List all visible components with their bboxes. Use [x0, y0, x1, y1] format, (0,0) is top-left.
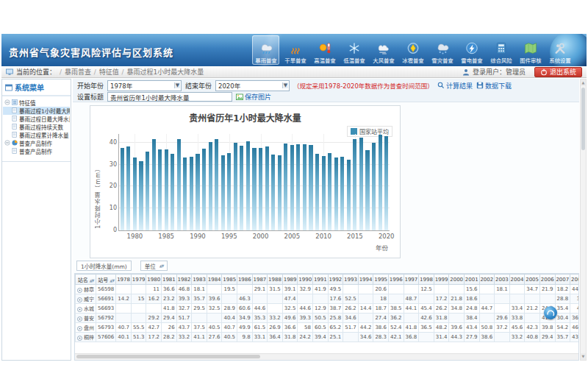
chart-title-input[interactable] — [107, 92, 232, 102]
col-year-1979[interactable]: 1979 — [131, 275, 146, 285]
nav-item-lightning[interactable]: 雷电普查 — [458, 35, 485, 65]
expander-icon[interactable] — [4, 140, 10, 147]
col-year-1989[interactable]: 1989 — [282, 275, 298, 285]
col-year-1997[interactable]: 1997 — [404, 275, 419, 285]
vertical-scrollbar-thumb[interactable] — [581, 88, 585, 150]
col-year-1993[interactable]: 1993 — [343, 275, 359, 285]
col-year-1994[interactable]: 1994 — [358, 275, 373, 285]
col-year-2007[interactable]: 2007 — [555, 275, 570, 285]
row-radio-icon[interactable] — [77, 297, 82, 302]
expander-icon[interactable] — [4, 99, 10, 107]
col-year-1998[interactable]: 1998 — [419, 275, 434, 285]
tree-group-1[interactable]: 普查产品制作 — [3, 139, 70, 147]
vertical-scrollbar[interactable]: ▲ ▼ — [580, 79, 587, 361]
table-row[interactable]: 普安5679229.229.451.740.434.935.333.249.63… — [76, 314, 580, 323]
nav-item-map[interactable]: 图件审核 — [517, 35, 544, 65]
col-year-2008[interactable]: 2008 — [570, 275, 579, 285]
station-name-cell[interactable]: 水城 — [76, 304, 96, 314]
floating-widget[interactable] — [544, 306, 557, 319]
col-year-1985[interactable]: 1985 — [222, 275, 237, 285]
calculate-button[interactable]: 计算结果 — [437, 81, 473, 91]
col-year-2005[interactable]: 2005 — [525, 275, 540, 285]
tree-leaf[interactable]: 普查产品制作 — [3, 147, 70, 155]
table-row[interactable]: 赫章565981136.646.818.119.529.131.539.132.… — [76, 285, 580, 294]
nav-item-settings[interactable]: 系统设置 — [546, 35, 573, 65]
start-year-select[interactable]: 1978年 ▼ — [107, 80, 182, 91]
row-radio-icon[interactable] — [77, 288, 82, 293]
tree-leaf[interactable]: 暴雨过程日最大降水量 — [3, 115, 70, 123]
value-cell: 27.6 — [207, 333, 222, 342]
col-year-1995[interactable]: 1995 — [373, 275, 389, 285]
col-year-1984[interactable]: 1984 — [207, 275, 222, 285]
table-row[interactable]: 桐梓5760640.151.317.228.233.241.127.640.59… — [76, 333, 580, 342]
breadcrumb-segment[interactable]: 暴雨普查 — [62, 68, 93, 76]
value-cell: 17.6 — [328, 294, 343, 304]
bar-1984 — [158, 149, 162, 230]
grid-tab-precip[interactable]: 1小时降水量(mm) — [76, 261, 132, 271]
row-radio-icon[interactable] — [77, 307, 82, 312]
station-name-cell[interactable]: 威宁 — [76, 294, 96, 304]
value-cell: 24.8 — [464, 304, 479, 314]
col-year-1996[interactable]: 1996 — [388, 275, 404, 285]
col-year-1982[interactable]: 1982 — [176, 275, 192, 285]
col-year-2002[interactable]: 2002 — [479, 275, 495, 285]
col-year-2003[interactable]: 2003 — [495, 275, 510, 285]
col-year-2000[interactable]: 2000 — [449, 275, 465, 285]
table-row[interactable]: 盘州5679340.755.542.72643.737.540.540.749.… — [76, 323, 580, 333]
tree-group-0[interactable]: 特征值 — [3, 99, 70, 107]
download-button[interactable]: 数据下载 — [476, 81, 512, 91]
station-name-cell[interactable]: 普安 — [76, 314, 96, 323]
row-radio-icon[interactable] — [77, 326, 82, 331]
value-cell: 39.4 — [313, 333, 329, 342]
tree-leaf[interactable]: 暴雨过程1小时最大降水量 — [3, 107, 70, 115]
col-year-1991[interactable]: 1991 — [313, 275, 329, 285]
end-year-select[interactable]: 2020年 ▼ — [215, 80, 290, 91]
col-year-2006[interactable]: 2006 — [539, 275, 555, 285]
col-year-1987[interactable]: 1987 — [252, 275, 268, 285]
station-id-cell: 57606 — [96, 333, 116, 342]
col-year-1992[interactable]: 1992 — [328, 275, 343, 285]
nav-item-label: 低温普查 — [343, 56, 365, 63]
row-radio-icon[interactable] — [77, 316, 82, 322]
nav-item-drought[interactable]: 干旱普查 — [282, 35, 309, 65]
station-name-cell[interactable]: 盘州 — [76, 323, 96, 333]
table-row[interactable]: 水城5669341.832.729.532.528.960.644.632.54… — [76, 304, 580, 314]
nav-item-wind[interactable]: 大风普查 — [370, 35, 397, 65]
table-row[interactable]: 威宁5669114.21516.223.239.335.739.646.347.… — [76, 294, 580, 304]
grid-unit-selector[interactable]: 单位 ▲▼ — [140, 261, 168, 271]
station-name-cell[interactable]: 桐梓 — [76, 333, 96, 342]
scroll-up-icon[interactable]: ▲ — [581, 79, 586, 86]
col-year-1981[interactable]: 1981 — [162, 275, 177, 285]
nav-item-rainstorm[interactable]: 暴雨普查 — [252, 35, 279, 65]
nav-item-hail[interactable]: 冰雹普查 — [399, 35, 426, 65]
value-cell: 36.2 — [388, 314, 404, 323]
sort-arrows-icon[interactable]: ▲▼ — [110, 278, 114, 283]
logout-button[interactable]: 退出系统 — [534, 67, 582, 77]
horizontal-scrollbar-thumb[interactable] — [76, 355, 260, 358]
col-year-1980[interactable]: 1980 — [146, 275, 162, 285]
nav-item-risk[interactable]: 综合风险 — [487, 35, 514, 65]
col-year-1990[interactable]: 1990 — [298, 275, 313, 285]
col-station-id[interactable]: 站号▲▼ — [96, 275, 116, 285]
scroll-down-icon[interactable]: ▼ — [581, 353, 586, 360]
save-image-button[interactable]: 保存图片 — [236, 92, 271, 102]
nav-item-hightemp[interactable]: 高温普查 — [311, 35, 338, 65]
breadcrumb-segment[interactable]: 特征值 — [97, 68, 121, 76]
col-year-1986[interactable]: 1986 — [237, 275, 253, 285]
nav-item-lowtemp[interactable]: 低温普查 — [340, 35, 368, 65]
breadcrumb-segment[interactable]: 暴雨过程1小时最大降水量 — [125, 68, 204, 76]
col-year-1978[interactable]: 1978 — [116, 275, 132, 285]
col-year-2001[interactable]: 2001 — [464, 275, 479, 285]
col-station-name[interactable]: 站名▲▼ — [76, 275, 96, 285]
horizontal-scrollbar[interactable] — [75, 353, 578, 360]
station-name-cell[interactable]: 赫章 — [76, 285, 96, 294]
tree-leaf[interactable]: 暴雨过程持续天数 — [3, 123, 70, 131]
col-year-1983[interactable]: 1983 — [192, 275, 207, 285]
nav-item-snow[interactable]: 雪灾普查 — [429, 35, 456, 65]
col-year-1999[interactable]: 1999 — [434, 275, 449, 285]
sort-arrows-icon[interactable]: ▲▼ — [90, 278, 94, 283]
col-year-1988[interactable]: 1988 — [268, 275, 283, 285]
col-year-2004[interactable]: 2004 — [509, 275, 525, 285]
row-radio-icon[interactable] — [77, 336, 82, 341]
tree-leaf[interactable]: 暴雨过程累计降水量 — [3, 131, 70, 139]
